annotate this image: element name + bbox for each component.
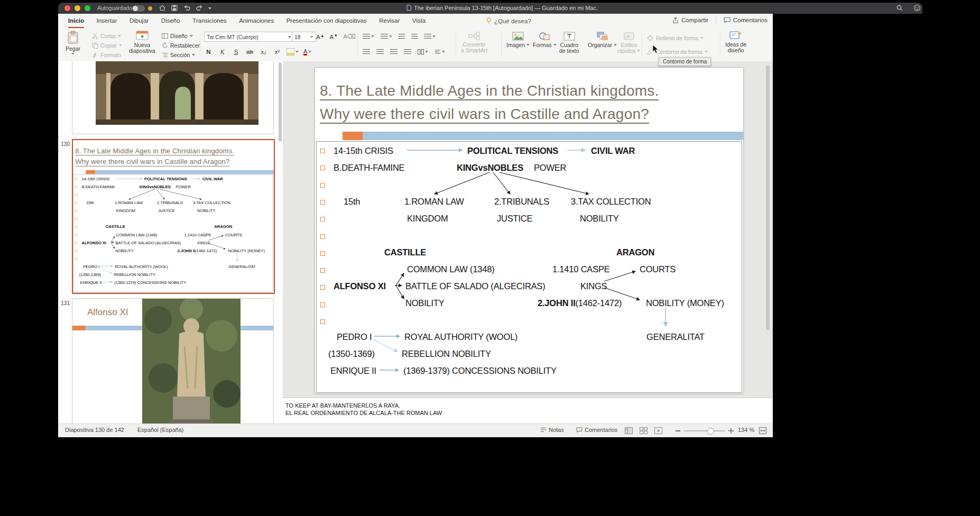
tab-transiciones[interactable]: Transiciones [192,14,227,27]
toolbar-chevron-down-icon[interactable] [208,7,211,10]
clear-formatting-button[interactable]: A⌫ [343,33,356,40]
cut-button[interactable]: Cortar [92,32,121,40]
text-generalitat[interactable]: GENERALITAT [646,332,705,342]
text-political-tensions[interactable]: POLITICAL TENSIONS [467,146,558,156]
text-power[interactable]: POWER [534,163,566,173]
text-battle-salado[interactable]: BATTLE OF SALADO (ALGECIRAS) [115,240,181,245]
bullets-button[interactable] [363,34,374,39]
strikethrough-button[interactable]: ab [245,49,254,55]
zoom-out-button[interactable] [676,430,680,431]
text-caspe[interactable]: 1.1410 CASPE [552,264,610,274]
line-spacing-button[interactable] [424,34,436,39]
text-15th[interactable]: 15th [86,200,94,205]
save-icon[interactable] [171,4,178,12]
italic-button[interactable]: K [218,49,227,55]
tab-inicio[interactable]: Inicio [68,14,84,28]
normal-view-button[interactable] [625,427,633,434]
tell-me-button[interactable]: ¿Qué desea? [486,17,531,24]
text-king-vs-nobles[interactable]: KINGvsNOBLES [457,163,523,173]
text-john-ii[interactable]: 2.JOHN II(1462-1472) [538,298,622,308]
format-painter-button[interactable]: Formato [92,51,121,59]
align-right-icon[interactable] [390,49,397,54]
redo-icon[interactable] [196,4,203,12]
tab-diseno[interactable]: Diseño [161,14,180,27]
text-common-law[interactable]: COMMON LAW (1348) [116,232,158,237]
new-slide-button[interactable]: Nueva diapositiva [129,31,155,54]
columns-button[interactable] [418,49,428,54]
font-color-button[interactable]: A [303,49,311,56]
slideshow-view-button[interactable] [654,427,662,434]
bold-button[interactable]: N [204,49,213,55]
autosave-toggle[interactable] [132,5,145,12]
quick-styles-button[interactable]: Estilos rápidos [617,32,640,54]
copy-button[interactable]: Copiar [92,41,122,50]
text-alfonso-xi[interactable]: ALFONSO XI [334,281,386,291]
text-john-ii[interactable]: 2.JOHN II(1462-1472) [177,248,217,253]
text-roman-law[interactable]: 1.ROMAN LAW [115,200,143,205]
text-royal-authority[interactable]: ROYAL AUTHORITY (WOOL) [115,264,168,269]
text-nobility-a[interactable]: NOBILITY [580,214,619,224]
text-civil-war[interactable]: CIVIL WAR [202,177,223,181]
tab-vista[interactable]: Vista [412,14,426,27]
notes-toggle-button[interactable]: Notas [540,427,564,433]
text-common-law[interactable]: COMMON LAW (1348) [407,264,495,274]
text-death-famine[interactable]: B.DEATH-FAMINE [334,163,404,173]
underline-button[interactable]: S [232,49,241,55]
text-15th[interactable]: 15th [344,197,360,207]
text-courts[interactable]: COURTS [225,232,242,237]
text-pedro-years[interactable]: (1350-1369) [328,349,375,359]
text-castille[interactable]: CASTILLE [105,224,125,229]
shapes-button[interactable]: Formas [533,32,557,48]
fit-to-window-button[interactable] [759,427,766,434]
slide-canvas[interactable]: 8. The Late Middle Ages in the Christian… [315,68,743,393]
text-kingdom[interactable]: KINGDOM [116,208,135,213]
comments-toggle-button[interactable]: Comentarios [576,427,617,433]
text-pedro-years[interactable]: (1350-1369) [79,272,101,277]
undo-icon[interactable] [183,4,191,12]
text-roman-law[interactable]: 1.ROMAN LAW [404,197,464,207]
text-castille[interactable]: CASTILLE [384,247,426,257]
superscript-button[interactable]: x² [273,49,282,55]
text-nobility-b[interactable]: NOBILITY [405,298,445,308]
shape-fill-button[interactable]: Relleno de forma [647,34,704,42]
justify-icon[interactable] [404,49,411,54]
numbering-button[interactable] [381,34,392,39]
text-political-tensions[interactable]: POLITICAL TENSIONS [144,177,187,181]
tab-dibujar[interactable]: Dibujar [130,14,149,27]
text-rebellion[interactable]: REBELLION NOBILITY [402,349,491,359]
design-ideas-button[interactable]: Ideas de diseño [725,31,746,53]
text-royal-authority[interactable]: ROYAL AUTHORITY (WOOL) [404,332,517,342]
tab-presentacion[interactable]: Presentación con diapositivas [286,14,367,27]
text-rebellion[interactable]: REBELLION NOBILITY [114,272,155,277]
text-justice[interactable]: JUSTICE [158,208,175,213]
text-civil-war[interactable]: CIVIL WAR [591,146,635,156]
zoom-slider-track[interactable] [684,430,725,431]
text-crisis[interactable]: 14-15th CRISIS [81,177,109,181]
reset-button[interactable]: Restablecer [162,41,200,50]
slide-title-line-1[interactable]: 8. The Late Middle Ages in the Christian… [75,147,234,155]
slide-sorter-view-button[interactable] [640,427,648,434]
zoom-percentage[interactable]: 134 % [738,427,754,433]
notes-pane[interactable]: TO KEEP AT BAY-MANTENERLOS A RAYA. EL RE… [283,398,773,424]
minimize-window-button[interactable] [75,5,80,11]
decrease-indent-icon[interactable] [399,34,405,39]
slide-title-line-2[interactable]: Why were there civil wars in Castille an… [75,158,229,166]
zoom-window-button[interactable] [85,5,90,11]
text-concessions[interactable]: (1369-1379) CONCESSIONS NOBILITY [114,280,186,285]
search-icon[interactable] [896,4,903,12]
tab-revisar[interactable]: Revisar [379,14,400,27]
text-aragon[interactable]: ARAGON [616,247,654,257]
subscript-button[interactable]: x₂ [259,49,268,55]
font-size-combobox[interactable]: 18 [292,32,316,42]
thumbnail-slide-129[interactable] [72,61,274,134]
paste-button[interactable]: Pegar [66,31,80,55]
zoom-in-button[interactable] [728,428,734,434]
text-caspe[interactable]: 1.1410 CASPE [184,232,211,237]
picture-button[interactable]: Imagen [506,32,530,48]
text-alfonso-xi[interactable]: ALFONSO XI [81,240,106,245]
text-aragon[interactable]: ARAGON [214,224,232,229]
thumbnail-scrollbar[interactable] [279,62,282,142]
text-nobility-money[interactable]: NOBILITY (MONEY) [646,298,724,308]
text-justice[interactable]: JUSTICE [497,214,532,224]
text-courts[interactable]: COURTS [640,264,676,274]
